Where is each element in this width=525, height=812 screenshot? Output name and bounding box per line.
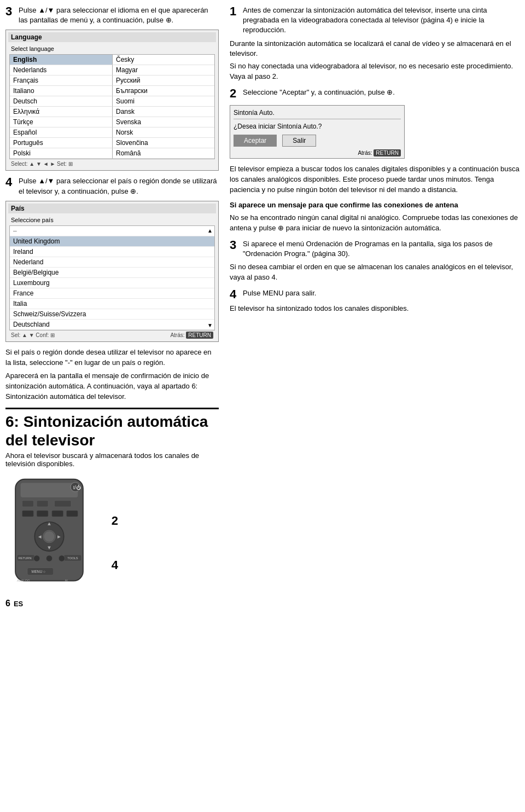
- language-grid: English Česky Nederlands Magyar Français…: [9, 54, 215, 159]
- page-number: 6: [5, 599, 10, 608]
- lang-nederlands[interactable]: Nederlands: [10, 65, 112, 76]
- right-step-1-number: 1: [230, 5, 240, 36]
- lang-turkce[interactable]: Türkçe: [10, 117, 112, 127]
- svg-rect-1: [21, 483, 78, 498]
- step-3-text: Pulse ▲/▼ para seleccionar el idioma en …: [19, 5, 219, 25]
- step-4-text: Pulse ▲/▼ para seleccionar el país o reg…: [19, 176, 219, 196]
- country-nederland[interactable]: Nederland: [10, 257, 214, 268]
- lang-magyar[interactable]: Magyar: [112, 65, 214, 76]
- svg-point-18: [44, 531, 54, 542]
- svg-text:◄: ◄: [37, 533, 42, 540]
- country-dialog: País Seleccione país ▲ – United Kingdom …: [5, 201, 219, 342]
- country-list-wrapper: ▲ – United Kingdom Ireland Nederland Bel…: [9, 225, 215, 330]
- antenna-check-title: Si aparece un mensaje para que confirme …: [230, 200, 520, 211]
- lang-francais[interactable]: Français: [10, 76, 112, 86]
- country-dialog-title: País: [8, 204, 216, 213]
- step-3-block: 3 Pulse ▲/▼ para seleccionar el idioma e…: [5, 5, 219, 171]
- right-step-2-header: 2 Seleccione "Aceptar" y, a continuación…: [230, 88, 520, 100]
- language-dialog: Language Select language English Česky N…: [5, 30, 219, 171]
- right-step-4-text: Pulse MENU para salir.: [243, 288, 316, 300]
- lang-english[interactable]: English: [10, 55, 112, 65]
- sintonia-question: ¿Desea iniciar Sintonía Auto.?: [234, 123, 401, 130]
- right-step-3-note: Si no desea cambiar el orden en que se a…: [230, 262, 520, 283]
- remote-control-area: I/⏻ A/B ▲ ▼ ◄ ►: [5, 477, 93, 588]
- lang-bulgarski[interactable]: Български: [112, 86, 214, 96]
- remote-label-2: 2: [112, 514, 118, 528]
- sintonia-footer: Atrás: RETURN: [234, 150, 401, 156]
- right-step-3-number: 3: [230, 239, 240, 259]
- country-return-btn: RETURN: [186, 332, 213, 339]
- lang-espanol[interactable]: Español: [10, 127, 112, 138]
- right-step-4-header: 4 Pulse MENU para salir.: [230, 288, 520, 300]
- svg-text:AL: AL: [65, 579, 69, 583]
- lang-portugues[interactable]: Português: [10, 138, 112, 148]
- page-footer: 6 ES: [5, 599, 520, 608]
- language-dialog-footer: Select: ▲ ▼ ◄ ► Set: ⊞: [8, 159, 216, 168]
- country-footer-right: Atrás: RETURN: [170, 332, 213, 338]
- lang-romana[interactable]: Română: [112, 148, 214, 159]
- svg-rect-5: [37, 501, 48, 507]
- right-step-3-block: 3 Si aparece el menú Ordenación de Progr…: [230, 239, 520, 283]
- country-schweiz[interactable]: Schweiz/Suisse/Svizzera: [10, 309, 214, 320]
- lang-norsk[interactable]: Norsk: [112, 127, 214, 138]
- lang-cesky[interactable]: Česky: [112, 55, 214, 65]
- accept-button[interactable]: Aceptar: [234, 135, 277, 147]
- svg-text:RETURN: RETURN: [19, 557, 32, 560]
- step-4-number: 4: [5, 176, 15, 188]
- right-step-1-text: Antes de comenzar la sintonización autom…: [243, 5, 520, 36]
- svg-point-23: [33, 555, 39, 561]
- lang-russian[interactable]: Русский: [112, 76, 214, 86]
- svg-text:TOOLS: TOOLS: [67, 557, 78, 560]
- exit-button[interactable]: Salir: [282, 135, 316, 147]
- svg-text:ANALOG: ANALOG: [17, 579, 30, 583]
- lang-deutsch[interactable]: Deutsch: [10, 96, 112, 107]
- country-ireland[interactable]: Ireland: [10, 247, 214, 257]
- svg-text:►: ►: [56, 533, 61, 540]
- lang-polski[interactable]: Polski: [10, 148, 112, 159]
- right-step-3-header: 3 Si aparece el menú Ordenación de Progr…: [230, 239, 520, 259]
- remote-control-svg: I/⏻ A/B ▲ ▼ ◄ ►: [5, 477, 93, 586]
- right-step-1-note1: Durante la sintonización automática se l…: [230, 39, 520, 60]
- right-step-2-block: 2 Seleccione "Aceptar" y, a continuación…: [230, 88, 520, 195]
- language-dialog-title: Language: [8, 32, 216, 42]
- country-united-kingdom[interactable]: United Kingdom: [10, 236, 214, 247]
- svg-text:I/⏻: I/⏻: [73, 485, 81, 490]
- lang-italiano[interactable]: Italiano: [10, 86, 112, 96]
- country-deutschland[interactable]: Deutschland: [10, 320, 214, 330]
- right-step-4-number: 4: [230, 288, 240, 300]
- scroll-arrow-up-icon: ▲: [207, 228, 213, 234]
- svg-text:MENU ○: MENU ○: [32, 570, 45, 573]
- country-luxembourg[interactable]: Luxembourg: [10, 278, 214, 288]
- country-dialog-subtitle: Seleccione país: [8, 216, 216, 225]
- sintonia-dialog: Sintonía Auto. ¿Desea iniciar Sintonía A…: [230, 105, 405, 159]
- remote-label-4: 4: [112, 558, 118, 572]
- svg-text:▲: ▲: [46, 520, 51, 526]
- lang-svenska[interactable]: Svenska: [112, 117, 214, 127]
- sintonia-title: Sintonía Auto.: [234, 108, 401, 119]
- step-4-block: 4 Pulse ▲/▼ para seleccionar el país o r…: [5, 176, 219, 402]
- right-step-4-block: 4 Pulse MENU para salir. El televisor ha…: [230, 288, 520, 314]
- country-france[interactable]: France: [10, 288, 214, 299]
- lang-dansk[interactable]: Dansk: [112, 107, 214, 117]
- sintonia-return-btn: RETURN: [374, 149, 401, 156]
- section-6-subtitle: Ahora el televisor buscará y almacenará …: [5, 451, 219, 468]
- svg-rect-10: [52, 511, 63, 517]
- section-6-title: 6: Sintonización automática del televiso…: [5, 408, 219, 449]
- svg-rect-8: [22, 511, 33, 517]
- country-dash[interactable]: –: [10, 226, 214, 236]
- scroll-arrow-down-icon: ▼: [207, 322, 213, 328]
- country-belgique[interactable]: België/Belgique: [10, 268, 214, 278]
- lang-greek[interactable]: Ελληνικά: [10, 107, 112, 117]
- right-step-4-note: El televisor ha sintonizado todos los ca…: [230, 304, 520, 314]
- country-note-1: Si el país o región donde desea utilizar…: [5, 347, 219, 368]
- step-3-number: 3: [5, 5, 15, 18]
- step-4-header: 4 Pulse ▲/▼ para seleccionar el país o r…: [5, 176, 219, 196]
- es-badge: ES: [14, 600, 23, 608]
- language-dialog-subtitle: Select language: [8, 44, 216, 54]
- country-italia[interactable]: Italia: [10, 299, 214, 309]
- svg-text:▼: ▼: [46, 544, 51, 550]
- lang-slovencina[interactable]: Slovenčina: [112, 138, 214, 148]
- lang-suomi[interactable]: Suomi: [112, 96, 214, 107]
- sintonia-buttons: Aceptar Salir: [234, 135, 401, 147]
- right-step-2-text: Seleccione "Aceptar" y, a continuación, …: [243, 88, 395, 100]
